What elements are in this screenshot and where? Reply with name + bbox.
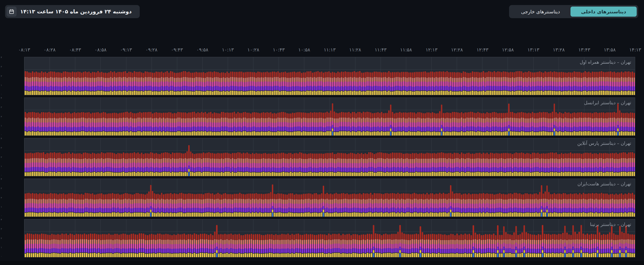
- latency-strip-canvas: [24, 138, 635, 177]
- datacenter-tabs: دیتاسنترهای داخلیدیتاسنترهای خارجی: [509, 5, 638, 18]
- time-tick-label: ۱۱:۱۳: [324, 47, 336, 52]
- chart-panel: تهران – دیتاسنتر ایرانسل: [24, 97, 635, 136]
- time-tick-label: ۰۸:۵۸: [95, 47, 106, 52]
- chart-rows: ۴۳۲۱۰تهران – دیتاسنتر همراه اول۴۳۲۱۰تهرا…: [0, 57, 644, 260]
- time-tick-label: ۰۹:۱۳: [120, 47, 132, 52]
- chart-panel: تهران – دیتاسنتر هاست‌ایران: [24, 179, 635, 217]
- y-axis-tick-label: ۱: [1, 124, 4, 127]
- chart-panel: تهران – دیتاسنتر پارس آنلاین: [24, 138, 635, 176]
- datacenter-row-label: تهران – دیتاسنتر هاست‌ایران: [578, 181, 631, 186]
- y-axis-tick-label: ۴: [1, 178, 4, 180]
- y-axis-tick-label: ۲: [1, 156, 4, 158]
- time-tick-label: ۱۲:۵۸: [502, 47, 514, 52]
- y-axis-tick-label: ۲: [1, 196, 4, 199]
- y-axis-tick-label: ۴: [1, 56, 4, 59]
- time-tick-label: ۱۰:۵۸: [298, 47, 310, 52]
- y-axis-tick-label: ۴: [1, 137, 4, 140]
- y-axis-tick-label: ۰: [1, 174, 4, 176]
- y-axis-tick-label: ۳: [1, 147, 4, 149]
- y-axis-tick-label: ۰: [1, 133, 4, 136]
- y-axis-tick-label: ۳: [1, 106, 4, 109]
- time-tick-label: ۱۱:۲۸: [349, 47, 361, 52]
- time-tick-label: ۱۰:۲۸: [247, 47, 259, 52]
- time-tick-label: ۱۲:۴۳: [477, 47, 488, 52]
- time-tick-label: ۱۱:۵۸: [400, 47, 412, 52]
- time-tick-label: ۱۰:۱۳: [222, 47, 234, 52]
- time-tick-label: ۱۳:۲۸: [553, 47, 565, 52]
- y-axis-tick-label: ۳: [1, 187, 4, 190]
- y-axis-tick-label: ۰: [1, 93, 4, 95]
- dashboard-root: { "header": { "date_label": "دوشنبه ۲۴ ف…: [0, 0, 644, 265]
- chart-row: ۴۳۲۱۰تهران – دیتاسنتر ایرانسل: [0, 97, 644, 138]
- time-tick-label: ۱۳:۴۳: [578, 47, 590, 52]
- y-axis-tick-label: ۱: [1, 206, 4, 208]
- chart-row: ۴۳۲۱۰تهران – دیتاسنتر پارس آنلاین: [0, 138, 644, 179]
- date-picker-button[interactable]: دوشنبه ۲۴ فروردین ماه ۱۴۰۵ ساعت ۱۴:۱۳: [5, 5, 140, 18]
- time-tick-label: ۰۸:۱۳: [18, 47, 30, 52]
- current-date-label: دوشنبه ۲۴ فروردین ماه ۱۴۰۵ ساعت ۱۴:۱۳: [20, 9, 132, 15]
- time-axis: ۰۸:۱۳۰۸:۲۸۰۸:۴۳۰۸:۵۸۰۹:۱۳۰۹:۲۸۰۹:۴۳۰۹:۵۸…: [24, 47, 635, 54]
- calendar-icon: [9, 9, 14, 14]
- latency-strip-canvas: [24, 179, 635, 217]
- y-axis-tick-label: ۳: [1, 65, 4, 68]
- datacenter-row-label: تهران – دیتاسنتر همراه اول: [580, 59, 631, 65]
- datacenter-row-label: تهران – دیتاسنتر پارس آنلاین: [577, 141, 631, 146]
- calendar-icon-box[interactable]: [7, 7, 17, 17]
- y-axis-tick-label: ۱: [1, 246, 4, 249]
- time-tick-label: ۰۹:۵۸: [196, 47, 208, 52]
- y-axis-tick-label: ۴: [1, 97, 4, 99]
- time-tick-label: ۱۲:۱۳: [425, 47, 437, 52]
- y-axis-tick-label: ۰: [1, 255, 4, 257]
- time-tick-label: ۰۸:۲۸: [44, 47, 56, 52]
- chart-panel: تهران – دیتاسنتر برتینا: [24, 219, 635, 257]
- y-axis-tick-label: ۲: [1, 115, 4, 118]
- time-tick-label: ۰۹:۲۸: [146, 47, 157, 52]
- latency-strip-canvas: [24, 98, 635, 136]
- time-tick-label: ۱۰:۴۳: [273, 47, 285, 52]
- chart-panel: تهران – دیتاسنتر همراه اول: [24, 57, 635, 95]
- datacenter-row-label: تهران – دیتاسنتر ایرانسل: [584, 100, 631, 105]
- y-axis-tick-label: ۱: [1, 165, 4, 168]
- y-axis-tick-label: ۲: [1, 237, 4, 240]
- y-axis-tick-label: ۳: [1, 228, 4, 230]
- time-tick-label: ۱۳:۱۳: [527, 47, 539, 52]
- tab-internal[interactable]: دیتاسنترهای داخلی: [570, 7, 637, 17]
- footer-strip: [0, 261, 644, 265]
- latency-strip-canvas: [24, 57, 635, 95]
- tab-external[interactable]: دیتاسنترهای خارجی: [511, 7, 570, 17]
- time-tick-label: ۱۳:۵۸: [604, 47, 616, 52]
- y-axis-tick-label: ۴: [1, 218, 4, 221]
- y-axis-tick-label: ۱: [1, 84, 4, 86]
- chart-row: ۴۳۲۱۰تهران – دیتاسنتر هاست‌ایران: [0, 179, 644, 219]
- datacenter-row-label: تهران – دیتاسنتر برتینا: [590, 222, 631, 227]
- time-tick-label: ۱۴:۱۳: [629, 47, 641, 52]
- y-axis-tick-label: ۲: [1, 75, 4, 77]
- time-tick-label: ۱۱:۴۳: [375, 47, 386, 52]
- time-tick-label: ۰۸:۴۳: [69, 47, 81, 52]
- chart-row: ۴۳۲۱۰تهران – دیتاسنتر برتینا: [0, 219, 644, 260]
- time-tick-label: ۰۹:۴۳: [171, 47, 183, 52]
- y-axis-tick-label: ۰: [1, 214, 4, 217]
- chart-row: ۴۳۲۱۰تهران – دیتاسنتر همراه اول: [0, 57, 644, 97]
- latency-strip-canvas: [24, 219, 635, 258]
- time-tick-label: ۱۲:۲۸: [451, 47, 463, 52]
